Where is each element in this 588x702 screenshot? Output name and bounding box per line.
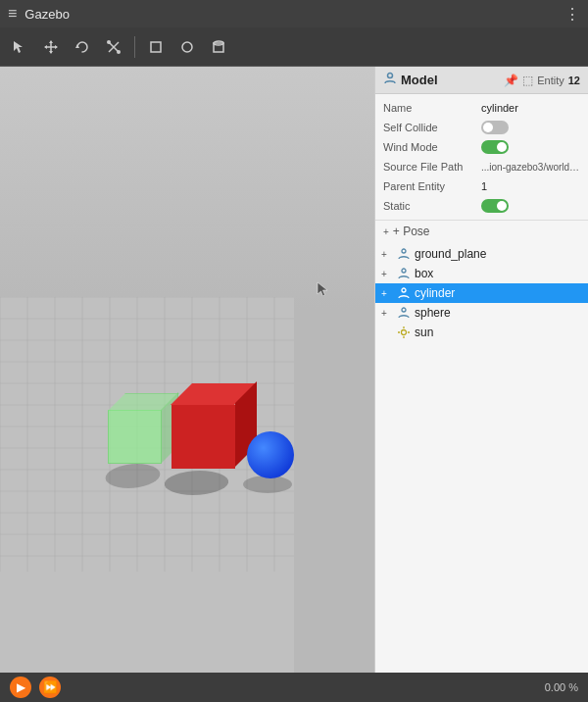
tree-item-cylinder[interactable]: + cylinder bbox=[375, 283, 588, 303]
box-label: box bbox=[415, 267, 433, 280]
svg-point-10 bbox=[117, 50, 121, 54]
tree-item-ground-plane[interactable]: + ground_plane bbox=[375, 244, 588, 264]
svg-marker-5 bbox=[55, 45, 58, 49]
translate-tool-button[interactable] bbox=[37, 33, 65, 61]
model-header-controls: 📌 ⬚ Entity 12 bbox=[504, 74, 580, 87]
static-label: Static bbox=[383, 200, 481, 212]
ground-plane-label: ground_plane bbox=[415, 247, 486, 261]
parent-entity-property-row: Parent Entity 1 bbox=[375, 176, 588, 196]
self-collide-toggle[interactable] bbox=[481, 121, 509, 134]
ground-plane-expand: + bbox=[381, 249, 393, 260]
properties-section: Name cylinder Self Collide Wind Mode Sou… bbox=[375, 94, 588, 221]
blue-sphere-object bbox=[247, 431, 294, 478]
sphere-expand: + bbox=[381, 308, 393, 319]
rotate-tool-button[interactable] bbox=[69, 33, 96, 61]
svg-point-45 bbox=[402, 269, 406, 273]
box-shape-button[interactable] bbox=[142, 33, 170, 61]
sphere-shape-button[interactable] bbox=[173, 33, 201, 61]
fast-icon: ⏩ bbox=[43, 680, 58, 694]
pose-label: + Pose bbox=[393, 225, 430, 238]
name-label: Name bbox=[383, 102, 481, 114]
cylinder-label: cylinder bbox=[415, 286, 455, 300]
scale-tool-button[interactable] bbox=[100, 33, 127, 61]
sphere-label: sphere bbox=[415, 306, 451, 320]
svg-point-44 bbox=[402, 249, 406, 253]
entity-label: Entity bbox=[537, 75, 564, 86]
cylinder-expand: + bbox=[381, 288, 393, 299]
svg-point-12 bbox=[182, 42, 192, 52]
sun-icon bbox=[397, 326, 411, 339]
parent-entity-value: 1 bbox=[481, 180, 580, 192]
main-area: Model 📌 ⬚ Entity 12 Name cylinder Self C… bbox=[0, 67, 588, 673]
source-file-value: ...ion-gazebo3/worlds/shapes.sdf bbox=[481, 162, 580, 173]
cylinder-shape-button[interactable] bbox=[205, 33, 232, 61]
app-title: Gazebo bbox=[24, 7, 557, 22]
cylinder-icon bbox=[397, 286, 411, 300]
more-icon[interactable]: ⋮ bbox=[564, 5, 580, 24]
play-button[interactable]: ▶ bbox=[10, 677, 31, 698]
svg-rect-11 bbox=[151, 42, 161, 52]
tree-item-box[interactable]: + box bbox=[375, 264, 588, 283]
green-box-object bbox=[108, 410, 162, 464]
red-box-object bbox=[172, 405, 235, 469]
pose-row[interactable]: + + Pose bbox=[375, 221, 588, 242]
svg-point-46 bbox=[402, 288, 406, 292]
svg-point-47 bbox=[402, 308, 406, 312]
entity-number: 12 bbox=[568, 75, 580, 86]
parent-entity-label: Parent Entity bbox=[383, 180, 481, 192]
expand-panel-icon[interactable]: ⬚ bbox=[522, 74, 533, 87]
svg-marker-4 bbox=[44, 45, 47, 49]
svg-marker-2 bbox=[49, 40, 53, 43]
play-icon: ▶ bbox=[17, 680, 25, 694]
tree-item-sphere[interactable]: + sphere bbox=[375, 303, 588, 323]
static-property-row: Static bbox=[375, 196, 588, 216]
select-tool-button[interactable] bbox=[6, 33, 33, 61]
svg-point-9 bbox=[107, 40, 111, 44]
time-value: 0.00 % bbox=[545, 681, 578, 693]
self-collide-property-row: Self Collide bbox=[375, 118, 588, 137]
wind-mode-toggle[interactable] bbox=[481, 140, 509, 154]
pin-icon[interactable]: 📌 bbox=[504, 74, 518, 87]
svg-marker-3 bbox=[49, 51, 53, 54]
source-file-label: Source File Path bbox=[383, 161, 481, 173]
sphere-icon bbox=[397, 306, 411, 320]
ground-plane-icon bbox=[397, 247, 411, 261]
svg-point-43 bbox=[388, 74, 393, 78]
model-icon bbox=[383, 72, 397, 88]
pose-expand-icon: + bbox=[383, 226, 389, 237]
tree-item-sun[interactable]: + sun bbox=[375, 323, 588, 342]
svg-point-48 bbox=[402, 330, 407, 335]
box-expand: + bbox=[381, 269, 393, 279]
name-value: cylinder bbox=[481, 102, 580, 114]
static-toggle[interactable] bbox=[481, 199, 509, 213]
sun-label: sun bbox=[415, 326, 433, 339]
toolbar-separator-1 bbox=[134, 36, 135, 58]
statusbar: ▶ ⏩ 0.00 % bbox=[0, 673, 588, 702]
model-header: Model 📌 ⬚ Entity 12 bbox=[375, 67, 588, 94]
box-icon bbox=[397, 267, 411, 280]
source-file-property-row: Source File Path ...ion-gazebo3/worlds/s… bbox=[375, 157, 588, 176]
right-panel: Model 📌 ⬚ Entity 12 Name cylinder Self C… bbox=[374, 67, 588, 673]
titlebar: ≡ Gazebo ⋮ bbox=[0, 0, 588, 27]
wind-mode-label: Wind Mode bbox=[383, 141, 481, 153]
toolbar bbox=[0, 27, 588, 67]
3d-viewport[interactable] bbox=[0, 67, 374, 673]
self-collide-label: Self Collide bbox=[383, 122, 481, 133]
entity-tree: + ground_plane + box + cylinder bbox=[375, 242, 588, 673]
menu-icon[interactable]: ≡ bbox=[8, 5, 17, 23]
model-panel-title: Model bbox=[401, 73, 500, 87]
name-property-row: Name cylinder bbox=[375, 98, 588, 118]
wind-mode-property-row: Wind Mode bbox=[375, 137, 588, 157]
fast-forward-button[interactable]: ⏩ bbox=[39, 677, 61, 698]
